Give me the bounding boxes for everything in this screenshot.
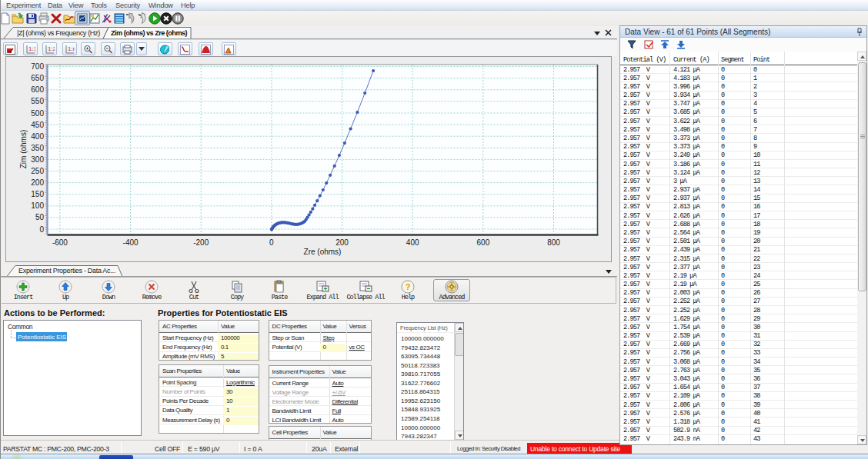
svg-text:Experiment Properties - Data A: Experiment Properties - Data Ac...: [18, 267, 115, 274]
svg-text:0: 0: [269, 238, 274, 247]
svg-text:600: 600: [31, 85, 44, 94]
svg-text:-400: -400: [123, 238, 139, 247]
svg-text:50: 50: [35, 213, 45, 221]
svg-text:600: 600: [477, 238, 490, 247]
svg-text:Zim (ohms) vs Zre (ohms): Zim (ohms) vs Zre (ohms): [111, 29, 188, 37]
svg-text:150: 150: [31, 190, 44, 198]
svg-text:500: 500: [31, 109, 44, 118]
svg-text:Zim (ohms): Zim (ohms): [19, 130, 28, 169]
svg-text:400: 400: [31, 132, 44, 141]
svg-text:300: 300: [31, 155, 44, 164]
svg-text:200: 200: [336, 238, 349, 247]
svg-text:?: ?: [406, 282, 411, 291]
svg-text:350: 350: [31, 144, 44, 152]
svg-text:450: 450: [31, 121, 44, 129]
svg-text:800: 800: [547, 238, 560, 247]
svg-text:1:n: 1:n: [68, 45, 75, 52]
svg-text:550: 550: [31, 97, 44, 105]
svg-text:700: 700: [31, 62, 44, 71]
svg-text:|Z| (ohms) vs Frequency (Hz): |Z| (ohms) vs Frequency (Hz): [17, 29, 100, 37]
svg-text:1:2: 1:2: [48, 45, 55, 52]
svg-text:250: 250: [31, 167, 44, 175]
svg-text:Zre (ohms): Zre (ohms): [304, 248, 342, 256]
svg-text:-200: -200: [193, 238, 209, 247]
svg-text:0: 0: [39, 225, 44, 234]
svg-text:200: 200: [31, 178, 44, 187]
svg-text:400: 400: [406, 238, 419, 247]
svg-text:100: 100: [31, 201, 44, 210]
svg-text:-600: -600: [52, 238, 68, 247]
svg-text:1:1: 1:1: [28, 45, 35, 52]
svg-text:650: 650: [31, 74, 44, 82]
